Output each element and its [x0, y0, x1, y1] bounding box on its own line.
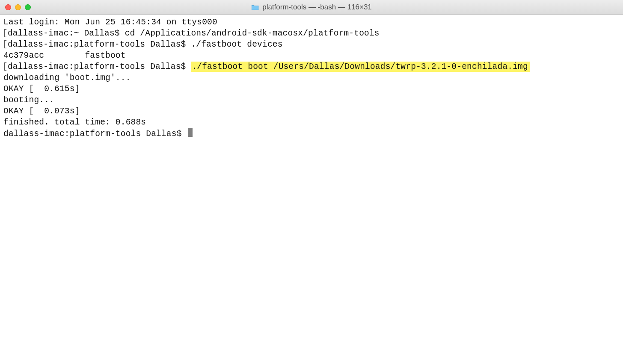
terminal-line: OKAY [ 0.615s]	[3, 83, 620, 95]
command: cd /Applications/android-sdk-macosx/plat…	[125, 29, 380, 38]
terminal-line: dallass-imac:platform-tools Dallas$ ./fa…	[3, 39, 620, 50]
window-title-text: platform-tools — -bash — 116×31	[262, 3, 372, 12]
prompt: dallass-imac:platform-tools Dallas$	[3, 129, 187, 139]
cursor	[188, 128, 193, 137]
terminal-line: Last login: Mon Jun 25 16:45:34 on ttys0…	[3, 17, 620, 28]
terminal-line: 4c379acc fastboot	[3, 50, 620, 61]
command: ./fastboot devices	[191, 40, 282, 49]
folder-icon	[251, 4, 259, 10]
prompt: dallass-imac:platform-tools Dallas$	[8, 62, 191, 71]
prompt: dallass-imac:platform-tools Dallas$	[8, 40, 191, 49]
terminal-line: dallass-imac:platform-tools Dallas$ ./fa…	[3, 61, 620, 72]
terminal-line: dallass-imac:~ Dallas$ cd /Applications/…	[3, 28, 620, 39]
highlighted-command: ./fastboot boot /Users/Dallas/Downloads/…	[191, 62, 530, 72]
terminal-line: OKAY [ 0.073s]	[3, 106, 620, 117]
traffic-lights	[5, 4, 31, 10]
window-titlebar: platform-tools — -bash — 116×31	[0, 0, 623, 15]
terminal-line: dallass-imac:platform-tools Dallas$	[3, 128, 620, 139]
terminal-line: downloading 'boot.img'...	[3, 72, 620, 83]
window-title: platform-tools — -bash — 116×31	[251, 3, 372, 12]
maximize-button[interactable]	[25, 4, 31, 10]
terminal-line: booting...	[3, 95, 620, 106]
terminal-content[interactable]: Last login: Mon Jun 25 16:45:34 on ttys0…	[0, 15, 623, 141]
terminal-line: finished. total time: 0.688s	[3, 117, 620, 128]
close-button[interactable]	[5, 4, 11, 10]
prompt: dallass-imac:~ Dallas$	[8, 29, 125, 38]
minimize-button[interactable]	[15, 4, 21, 10]
